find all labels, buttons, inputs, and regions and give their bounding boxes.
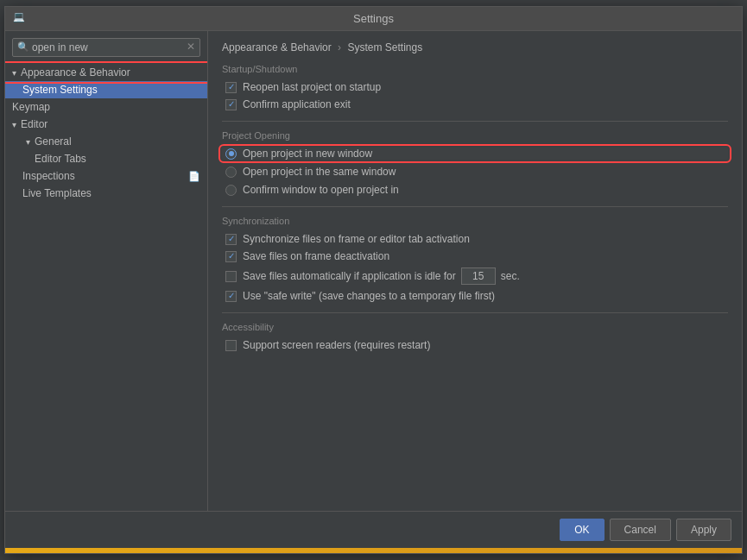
radio-label-open-new-window: Open project in new window — [243, 148, 372, 160]
option-label-save-auto: Save files automatically if application … — [243, 270, 456, 282]
option-label-save-deactivation: Save files on frame deactivation — [243, 250, 389, 262]
checkbox-confirm-exit[interactable] — [225, 99, 237, 110]
sync-section-label: Synchronization — [222, 216, 728, 226]
checkbox-safe-write[interactable] — [225, 291, 237, 302]
checkbox-reopen-last[interactable] — [225, 82, 237, 93]
idle-seconds-input[interactable] — [461, 267, 496, 285]
option-label-reopen-last: Reopen last project on startup — [243, 81, 381, 93]
accessibility-section-label: Accessibility — [222, 322, 728, 332]
sidebar-item-label: Live Templates — [22, 187, 92, 199]
project-opening-section-label: Project Opening — [222, 130, 728, 141]
content-area: 🔍 ✕ ▾ Appearance & Behavior System Setti… — [5, 31, 742, 511]
sidebar-item-system-settings[interactable]: System Settings — [5, 81, 207, 98]
checkbox-screen-readers[interactable] — [225, 340, 237, 351]
option-label-confirm-exit: Confirm application exit — [243, 98, 351, 110]
breadcrumb-sep: › — [338, 41, 344, 53]
ok-button[interactable]: OK — [560, 519, 604, 541]
footer: OK Cancel Apply — [5, 511, 742, 548]
option-label-screen-readers: Support screen readers (requires restart… — [243, 339, 430, 351]
checkbox-save-auto[interactable] — [225, 271, 237, 282]
sidebar-item-label: Editor — [21, 118, 47, 130]
sidebar-item-label: System Settings — [22, 84, 98, 96]
search-clear-icon[interactable]: ✕ — [187, 41, 195, 53]
bottom-accent-bar — [5, 548, 742, 553]
breadcrumb-part2: System Settings — [347, 41, 422, 53]
sidebar-item-label: General — [35, 135, 72, 148]
radio-btn-open-same-window[interactable] — [225, 167, 237, 178]
expand-arrow-icon: ▾ — [9, 67, 19, 78]
option-label-safe-write: Use "safe write" (save changes to a temp… — [243, 290, 495, 302]
settings-dialog: 💻 Settings 🔍 ✕ ▾ Appearance & Behavior — [4, 6, 743, 554]
title-bar: 💻 Settings — [5, 7, 742, 31]
sidebar-item-general[interactable]: ▾ General — [5, 133, 207, 150]
checkbox-sync-files[interactable] — [225, 234, 237, 245]
search-icon: 🔍 — [17, 41, 29, 53]
apply-button[interactable]: Apply — [676, 519, 731, 541]
radio-open-new-window[interactable]: Open project in new window — [222, 148, 728, 160]
sidebar-item-inspections[interactable]: Inspections 📄 — [5, 167, 207, 185]
sidebar-item-label: Inspections — [22, 170, 75, 182]
sidebar-item-label: Editor Tabs — [35, 153, 86, 165]
sidebar-item-label: Appearance & Behavior — [21, 66, 130, 79]
sidebar-item-editor[interactable]: ▾ Editor — [5, 116, 207, 133]
search-input[interactable] — [12, 38, 200, 57]
radio-label-open-same-window: Open project in the same window — [243, 166, 396, 178]
sidebar-item-editor-tabs[interactable]: Editor Tabs — [5, 150, 207, 167]
inspections-icon: 📄 — [188, 171, 200, 182]
radio-label-confirm-window: Confirm window to open project in — [243, 184, 399, 196]
expand-arrow-icon: ▾ — [22, 136, 33, 147]
option-safe-write: Use "safe write" (save changes to a temp… — [222, 290, 728, 302]
option-screen-readers: Support screen readers (requires restart… — [222, 339, 728, 351]
option-confirm-exit: Confirm application exit — [222, 98, 728, 110]
breadcrumb-part1: Appearance & Behavior — [222, 41, 332, 53]
pc-icon: 💻 — [12, 11, 26, 25]
tree-section: ▾ Appearance & Behavior System Settings … — [5, 62, 207, 204]
breadcrumb: Appearance & Behavior › System Settings — [222, 41, 728, 53]
expand-arrow-icon: ▾ — [9, 119, 19, 129]
sidebar-item-appearance-behavior[interactable]: ▾ Appearance & Behavior — [5, 64, 207, 81]
main-panel: Appearance & Behavior › System Settings … — [208, 31, 742, 511]
radio-btn-confirm-window[interactable] — [225, 185, 237, 196]
checkbox-save-deactivation[interactable] — [225, 251, 237, 262]
radio-confirm-window[interactable]: Confirm window to open project in — [222, 184, 728, 196]
option-save-auto: Save files automatically if application … — [222, 267, 728, 285]
idle-seconds-suffix: sec. — [501, 270, 520, 282]
option-save-deactivation: Save files on frame deactivation — [222, 250, 728, 262]
option-label-sync-files: Synchronize files on frame or editor tab… — [243, 233, 470, 245]
sidebar: 🔍 ✕ ▾ Appearance & Behavior System Setti… — [5, 31, 208, 511]
dialog-title: Settings — [353, 12, 394, 25]
search-wrapper: 🔍 ✕ — [5, 35, 207, 62]
sidebar-item-live-templates[interactable]: Live Templates — [5, 185, 207, 202]
cancel-button[interactable]: Cancel — [610, 519, 671, 541]
option-reopen-last: Reopen last project on startup — [222, 81, 728, 93]
sidebar-item-label: Keymap — [12, 101, 50, 113]
radio-btn-open-new-window[interactable] — [225, 148, 237, 160]
sidebar-item-keymap[interactable]: Keymap — [5, 98, 207, 116]
option-sync-files: Synchronize files on frame or editor tab… — [222, 233, 728, 245]
startup-section-label: Startup/Shutdown — [222, 64, 728, 74]
radio-open-same-window[interactable]: Open project in the same window — [222, 166, 728, 178]
